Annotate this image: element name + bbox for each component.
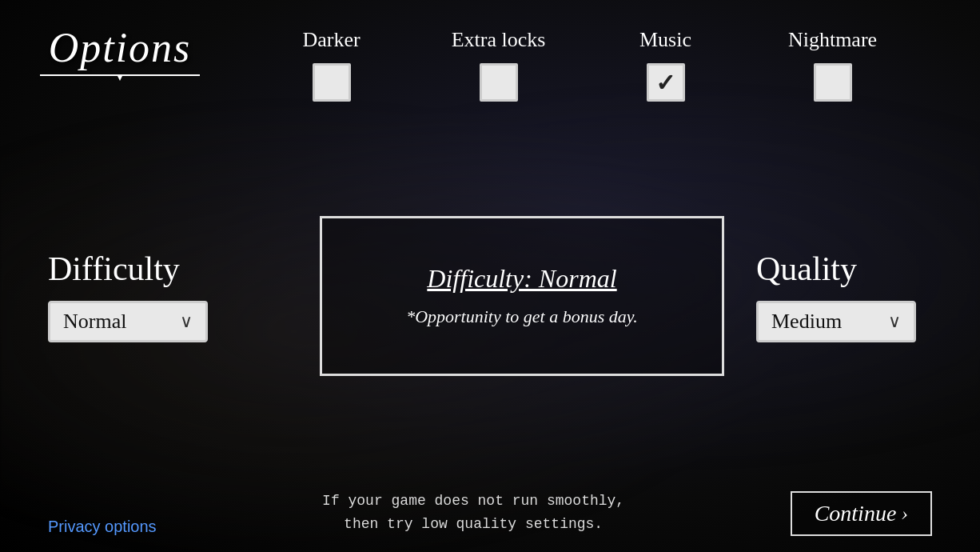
difficulty-dropdown[interactable]: Normal ∨: [48, 301, 208, 342]
info-box-description: *Opportunity to get a bonus day.: [406, 306, 638, 327]
quality-note-line2: then try low quality settings.: [344, 513, 603, 536]
quality-section: Quality Medium ∨: [756, 250, 932, 342]
nightmare-label: Nightmare: [788, 28, 877, 52]
extra-locks-checkbox[interactable]: [480, 63, 518, 102]
quality-dropdown[interactable]: Medium ∨: [756, 301, 916, 342]
darker-checkbox[interactable]: [313, 63, 351, 102]
continue-label: Continue: [815, 501, 897, 526]
nightmare-checkbox[interactable]: [814, 63, 852, 102]
continue-button[interactable]: Continue ›: [791, 491, 932, 536]
footer: Privacy options If your game does not ru…: [0, 490, 980, 552]
footer-left: Privacy options: [48, 518, 157, 536]
checkboxes-area: Darker Extra locks Music Nightmare: [248, 24, 916, 102]
main-area: Difficulty Normal ∨ Difficulty: Normal *…: [0, 102, 980, 490]
difficulty-title: Difficulty: [48, 250, 180, 288]
checkbox-group-nightmare: Nightmare: [785, 28, 881, 102]
checkbox-group-music: Music: [618, 28, 714, 102]
header: Options Darker Extra locks Music Nightma…: [0, 0, 980, 102]
darker-label: Darker: [302, 28, 360, 52]
info-box: Difficulty: Normal *Opportunity to get a…: [320, 216, 724, 376]
page-title: Options: [49, 24, 192, 71]
checkbox-group-darker: Darker: [284, 28, 380, 102]
extra-locks-label: Extra locks: [452, 28, 546, 52]
music-checkbox[interactable]: [647, 63, 685, 102]
title-block: Options: [40, 24, 200, 76]
title-underline: [40, 74, 200, 76]
privacy-options-link[interactable]: Privacy options: [48, 518, 157, 536]
difficulty-dropdown-arrow: ∨: [180, 311, 193, 332]
quality-value: Medium: [771, 310, 875, 334]
quality-title: Quality: [756, 250, 857, 288]
quality-note-line1: If your game does not run smoothly,: [322, 490, 624, 513]
checkbox-group-extra-locks: Extra locks: [451, 28, 547, 102]
footer-center: If your game does not run smoothly, then…: [157, 490, 791, 536]
music-label: Music: [639, 28, 691, 52]
continue-arrow-icon: ›: [901, 502, 908, 526]
difficulty-section: Difficulty Normal ∨: [48, 250, 288, 342]
info-box-title: Difficulty: Normal: [427, 264, 616, 294]
difficulty-value: Normal: [63, 310, 167, 334]
quality-dropdown-arrow: ∨: [888, 311, 901, 332]
